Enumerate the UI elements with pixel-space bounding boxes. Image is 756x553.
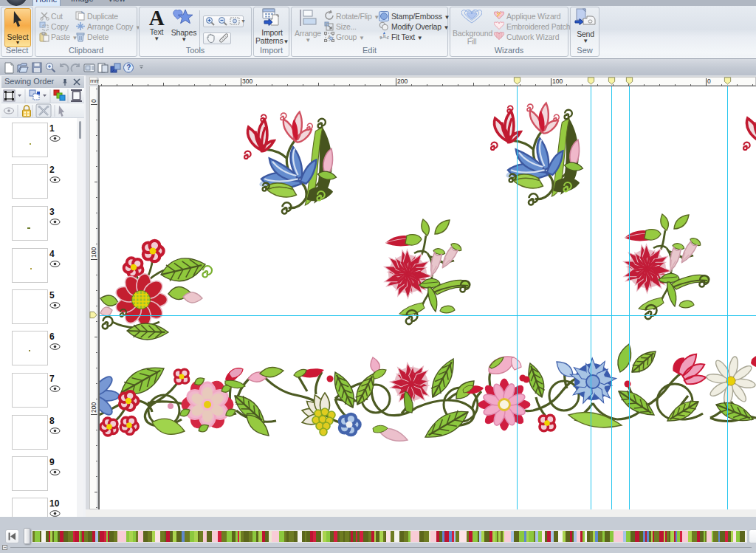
svg-text:100: 100 bbox=[552, 78, 563, 85]
svg-text:200: 200 bbox=[90, 402, 97, 413]
svg-text:a: a bbox=[379, 35, 382, 39]
svg-text:?: ? bbox=[126, 63, 131, 72]
svg-text:c: c bbox=[387, 35, 389, 39]
svg-text:0: 0 bbox=[707, 78, 711, 85]
svg-text:0: 0 bbox=[90, 99, 97, 103]
svg-text:300: 300 bbox=[242, 78, 252, 85]
svg-text:100: 100 bbox=[90, 247, 97, 258]
svg-text:200: 200 bbox=[397, 78, 408, 85]
